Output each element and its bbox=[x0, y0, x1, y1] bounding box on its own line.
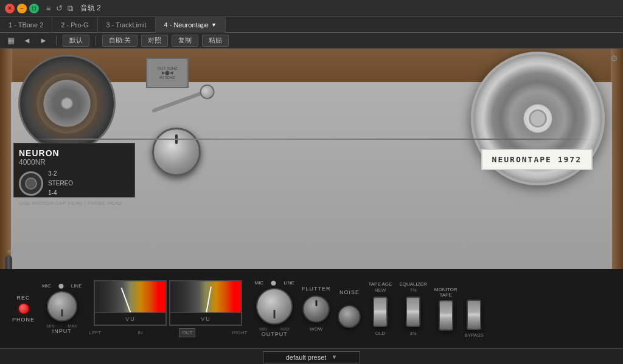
vu-meter-left: VU bbox=[94, 280, 167, 326]
output-min-max: MIN MAX bbox=[259, 327, 290, 331]
vu-label-right: VU bbox=[170, 312, 241, 325]
menu-icon[interactable]: ≡ bbox=[44, 4, 54, 13]
phone-label: PHONE bbox=[12, 317, 35, 323]
toolbar-separator2 bbox=[96, 36, 96, 46]
flutter-knob[interactable] bbox=[302, 295, 330, 323]
equalizer-label: EQUALIZER 7½ bbox=[399, 281, 426, 293]
toolbar-grid-icon[interactable]: ▦ bbox=[5, 36, 17, 45]
output-label: OUTPUT bbox=[262, 331, 288, 337]
undo-icon[interactable]: ↺ bbox=[54, 4, 65, 13]
toolbar: ▦ ◄ ► 默认 自助:关 对照 复制 粘贴 bbox=[0, 33, 623, 49]
head-inner bbox=[25, 177, 37, 190]
default-btn[interactable]: 默认 bbox=[63, 35, 89, 47]
noise-knob[interactable] bbox=[338, 305, 361, 328]
bypass-section: BYPASS bbox=[464, 280, 483, 338]
equalizer-val2-label: 3¾ bbox=[410, 331, 417, 336]
brand-label: NEURON bbox=[19, 148, 130, 158]
toolbar-forward-icon[interactable]: ► bbox=[37, 36, 50, 45]
model-label: 4000NR bbox=[19, 158, 130, 167]
reel-right-hub bbox=[529, 109, 547, 128]
settings-gear-icon[interactable]: ⚙ bbox=[610, 53, 618, 63]
rec-section: REC PHONE bbox=[12, 295, 35, 323]
paste-btn[interactable]: 粘贴 bbox=[202, 35, 229, 47]
tape-age-toggle[interactable] bbox=[373, 297, 388, 327]
monitor-toggle[interactable] bbox=[439, 300, 453, 331]
flutter-label: FLUTTER bbox=[302, 286, 331, 292]
tab-tracklimit[interactable]: 3 - TrackLimit bbox=[98, 17, 156, 33]
equalizer-section: EQUALIZER 7½ 3¾ bbox=[399, 281, 426, 336]
window-controls: × − □ bbox=[0, 4, 44, 13]
control-panel: REC PHONE MIC ⬤ LINE MIN MAX INPUT bbox=[0, 269, 623, 348]
preset-label: default preset bbox=[286, 354, 327, 361]
plugin-area: OUT 50HZ▶⬤◀IN 50HZ NEURON 4000NR 3-2 STE… bbox=[0, 49, 623, 348]
vu-meter-right-container: VU bbox=[169, 280, 242, 326]
grid-icon[interactable]: ⧉ bbox=[65, 4, 75, 13]
noise-section: NOISE bbox=[338, 289, 361, 328]
wood-panel-right bbox=[611, 49, 623, 300]
tab-bar: 1 - TBone 2 2 - Pro-G 3 - TrackLimit 4 -… bbox=[0, 17, 623, 33]
window-title: 音轨 2 bbox=[75, 3, 106, 13]
output-knob[interactable] bbox=[256, 288, 293, 325]
min-max-label: MIN MAX bbox=[47, 324, 77, 328]
input-knob[interactable] bbox=[47, 291, 77, 321]
vu-meter-left-container: VU bbox=[94, 280, 167, 326]
vu-meters-section: VU VU LEFT bbox=[89, 280, 247, 337]
vu-scale-left bbox=[95, 281, 165, 315]
vu-labels-row: LEFT IN OUT RIGHT bbox=[89, 328, 247, 337]
tab-neurontape[interactable]: 4 - Neurontape ▼ bbox=[156, 17, 226, 33]
equalizer-toggle[interactable] bbox=[406, 297, 420, 327]
vu-meters-row: VU VU bbox=[94, 280, 242, 326]
head-config: 3-2 STEREO 1-4 bbox=[48, 169, 73, 198]
tape-age-section: TAPE AGE NEW OLD bbox=[368, 281, 392, 336]
reel-left bbox=[18, 55, 116, 152]
head-spec-label: ONE MICRON GAP HEAD | THREE HEAD bbox=[19, 201, 130, 206]
maximize-button[interactable]: □ bbox=[29, 4, 39, 13]
toolbar-separator bbox=[56, 36, 57, 46]
tape-path-line bbox=[0, 139, 623, 140]
tab-prog[interactable]: 2 - Pro-G bbox=[52, 17, 97, 33]
in-out-toggle[interactable]: OUT bbox=[179, 328, 195, 337]
tab-dropdown-arrow[interactable]: ▼ bbox=[211, 22, 217, 28]
close-button[interactable]: × bbox=[5, 4, 15, 13]
minimize-button[interactable]: − bbox=[17, 4, 27, 13]
reel-left-hub bbox=[61, 97, 73, 109]
reel-left-outer bbox=[18, 55, 116, 152]
output-section: MIC ⬤ LINE MIN MAX OUTPUT bbox=[254, 280, 294, 337]
rec-button[interactable] bbox=[18, 303, 29, 314]
head-circle bbox=[19, 171, 43, 196]
rec-label: REC bbox=[17, 295, 30, 301]
input-label: INPUT bbox=[52, 328, 72, 334]
mic-line-label: MIC ⬤ LINE bbox=[42, 283, 82, 289]
head-info: 3-2 STEREO 1-4 bbox=[19, 169, 130, 198]
monitor-section: MONITOR TAPE bbox=[434, 287, 458, 331]
copy-btn[interactable]: 复制 bbox=[172, 35, 198, 47]
playback-knob[interactable] bbox=[152, 128, 201, 176]
tape-age-label: TAPE AGE NEW bbox=[368, 281, 392, 293]
titlebar: × − □ ≡ ↺ ⧉ 音轨 2 bbox=[0, 0, 623, 17]
tape-machine: OUT 50HZ▶⬤◀IN 50HZ NEURON 4000NR 3-2 STE… bbox=[0, 49, 623, 348]
head-unit: NEURON 4000NR 3-2 STEREO 1-4 ONE MICRON … bbox=[13, 143, 135, 197]
preset-dropdown[interactable]: default preset ▼ bbox=[263, 351, 360, 363]
playback-knob-area bbox=[152, 128, 201, 176]
vu-label-left: VU bbox=[95, 312, 165, 325]
wow-label: WOW bbox=[310, 326, 322, 332]
tab-tbone[interactable]: 1 - TBone 2 bbox=[0, 17, 52, 33]
vu-meter-right: VU bbox=[169, 280, 242, 326]
flutter-section: FLUTTER WOW bbox=[302, 286, 331, 332]
input-section: MIC ⬤ LINE MIN MAX INPUT bbox=[42, 283, 82, 334]
mic-side-label: MIC bbox=[8, 249, 16, 253]
auto-btn[interactable]: 自助:关 bbox=[102, 35, 137, 47]
tape-age-old-label: OLD bbox=[375, 331, 385, 336]
bypass-button[interactable] bbox=[467, 300, 481, 330]
tape-indicator-text: OUT 50HZ▶⬤◀IN 50HZ bbox=[157, 66, 178, 80]
output-mic-line-label: MIC ⬤ LINE bbox=[254, 280, 294, 286]
monitor-label: MONITOR TAPE bbox=[434, 287, 458, 298]
compare-btn[interactable]: 对照 bbox=[141, 35, 168, 47]
preset-arrow: ▼ bbox=[331, 354, 337, 360]
noise-label: NOISE bbox=[339, 289, 360, 295]
bypass-label: BYPASS bbox=[464, 332, 483, 338]
preset-bar: default preset ▼ bbox=[0, 348, 623, 364]
tape-indicator: OUT 50HZ▶⬤◀IN 50HZ bbox=[146, 58, 189, 88]
toolbar-back-icon[interactable]: ◄ bbox=[21, 36, 33, 45]
model-nameplate: NEURONTAPE 1972 bbox=[481, 149, 593, 170]
